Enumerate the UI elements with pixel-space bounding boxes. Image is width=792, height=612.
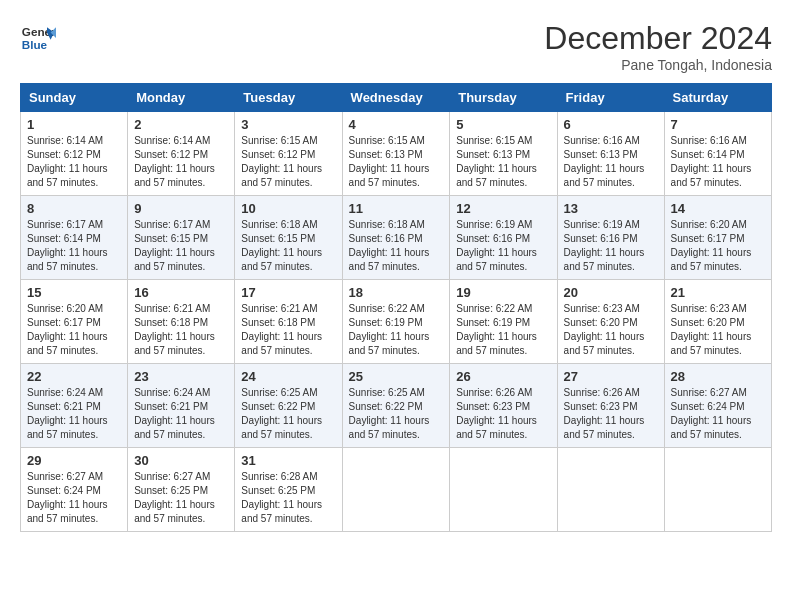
day-info: Sunrise: 6:19 AM Sunset: 6:16 PM Dayligh… (456, 219, 537, 272)
calendar-table: Sunday Monday Tuesday Wednesday Thursday… (20, 83, 772, 532)
table-row: 5Sunrise: 6:15 AM Sunset: 6:13 PM Daylig… (450, 112, 557, 196)
day-number: 28 (671, 369, 765, 384)
location-subtitle: Pane Tongah, Indonesia (544, 57, 772, 73)
day-info: Sunrise: 6:16 AM Sunset: 6:13 PM Dayligh… (564, 135, 645, 188)
calendar-week-row: 15Sunrise: 6:20 AM Sunset: 6:17 PM Dayli… (21, 280, 772, 364)
day-info: Sunrise: 6:21 AM Sunset: 6:18 PM Dayligh… (134, 303, 215, 356)
day-number: 17 (241, 285, 335, 300)
table-row: 28Sunrise: 6:27 AM Sunset: 6:24 PM Dayli… (664, 364, 771, 448)
day-info: Sunrise: 6:26 AM Sunset: 6:23 PM Dayligh… (456, 387, 537, 440)
col-thursday: Thursday (450, 84, 557, 112)
logo-icon: General Blue (20, 20, 56, 56)
day-number: 9 (134, 201, 228, 216)
day-info: Sunrise: 6:23 AM Sunset: 6:20 PM Dayligh… (564, 303, 645, 356)
col-saturday: Saturday (664, 84, 771, 112)
page-header: General Blue December 2024 Pane Tongah, … (20, 20, 772, 73)
day-number: 7 (671, 117, 765, 132)
day-info: Sunrise: 6:19 AM Sunset: 6:16 PM Dayligh… (564, 219, 645, 272)
day-number: 18 (349, 285, 444, 300)
day-number: 15 (27, 285, 121, 300)
table-row: 25Sunrise: 6:25 AM Sunset: 6:22 PM Dayli… (342, 364, 450, 448)
day-number: 16 (134, 285, 228, 300)
day-info: Sunrise: 6:24 AM Sunset: 6:21 PM Dayligh… (27, 387, 108, 440)
day-info: Sunrise: 6:26 AM Sunset: 6:23 PM Dayligh… (564, 387, 645, 440)
day-number: 8 (27, 201, 121, 216)
calendar-header-row: Sunday Monday Tuesday Wednesday Thursday… (21, 84, 772, 112)
day-number: 6 (564, 117, 658, 132)
title-block: December 2024 Pane Tongah, Indonesia (544, 20, 772, 73)
calendar-week-row: 1Sunrise: 6:14 AM Sunset: 6:12 PM Daylig… (21, 112, 772, 196)
table-row: 1Sunrise: 6:14 AM Sunset: 6:12 PM Daylig… (21, 112, 128, 196)
day-number: 12 (456, 201, 550, 216)
table-row (450, 448, 557, 532)
day-number: 3 (241, 117, 335, 132)
day-info: Sunrise: 6:14 AM Sunset: 6:12 PM Dayligh… (27, 135, 108, 188)
table-row: 30Sunrise: 6:27 AM Sunset: 6:25 PM Dayli… (128, 448, 235, 532)
day-number: 5 (456, 117, 550, 132)
day-info: Sunrise: 6:16 AM Sunset: 6:14 PM Dayligh… (671, 135, 752, 188)
table-row (342, 448, 450, 532)
table-row: 18Sunrise: 6:22 AM Sunset: 6:19 PM Dayli… (342, 280, 450, 364)
table-row: 12Sunrise: 6:19 AM Sunset: 6:16 PM Dayli… (450, 196, 557, 280)
table-row: 15Sunrise: 6:20 AM Sunset: 6:17 PM Dayli… (21, 280, 128, 364)
day-info: Sunrise: 6:23 AM Sunset: 6:20 PM Dayligh… (671, 303, 752, 356)
day-number: 23 (134, 369, 228, 384)
table-row: 31Sunrise: 6:28 AM Sunset: 6:25 PM Dayli… (235, 448, 342, 532)
day-number: 29 (27, 453, 121, 468)
table-row: 23Sunrise: 6:24 AM Sunset: 6:21 PM Dayli… (128, 364, 235, 448)
day-number: 20 (564, 285, 658, 300)
day-info: Sunrise: 6:21 AM Sunset: 6:18 PM Dayligh… (241, 303, 322, 356)
table-row: 20Sunrise: 6:23 AM Sunset: 6:20 PM Dayli… (557, 280, 664, 364)
table-row: 19Sunrise: 6:22 AM Sunset: 6:19 PM Dayli… (450, 280, 557, 364)
calendar-week-row: 22Sunrise: 6:24 AM Sunset: 6:21 PM Dayli… (21, 364, 772, 448)
day-number: 10 (241, 201, 335, 216)
day-info: Sunrise: 6:22 AM Sunset: 6:19 PM Dayligh… (349, 303, 430, 356)
table-row: 6Sunrise: 6:16 AM Sunset: 6:13 PM Daylig… (557, 112, 664, 196)
col-monday: Monday (128, 84, 235, 112)
month-title: December 2024 (544, 20, 772, 57)
day-number: 14 (671, 201, 765, 216)
calendar-week-row: 29Sunrise: 6:27 AM Sunset: 6:24 PM Dayli… (21, 448, 772, 532)
col-friday: Friday (557, 84, 664, 112)
day-info: Sunrise: 6:22 AM Sunset: 6:19 PM Dayligh… (456, 303, 537, 356)
day-info: Sunrise: 6:20 AM Sunset: 6:17 PM Dayligh… (27, 303, 108, 356)
day-number: 21 (671, 285, 765, 300)
day-info: Sunrise: 6:14 AM Sunset: 6:12 PM Dayligh… (134, 135, 215, 188)
day-info: Sunrise: 6:20 AM Sunset: 6:17 PM Dayligh… (671, 219, 752, 272)
day-info: Sunrise: 6:25 AM Sunset: 6:22 PM Dayligh… (241, 387, 322, 440)
table-row: 16Sunrise: 6:21 AM Sunset: 6:18 PM Dayli… (128, 280, 235, 364)
day-info: Sunrise: 6:15 AM Sunset: 6:12 PM Dayligh… (241, 135, 322, 188)
table-row: 9Sunrise: 6:17 AM Sunset: 6:15 PM Daylig… (128, 196, 235, 280)
table-row: 3Sunrise: 6:15 AM Sunset: 6:12 PM Daylig… (235, 112, 342, 196)
day-info: Sunrise: 6:28 AM Sunset: 6:25 PM Dayligh… (241, 471, 322, 524)
table-row: 13Sunrise: 6:19 AM Sunset: 6:16 PM Dayli… (557, 196, 664, 280)
day-number: 26 (456, 369, 550, 384)
day-number: 19 (456, 285, 550, 300)
table-row: 7Sunrise: 6:16 AM Sunset: 6:14 PM Daylig… (664, 112, 771, 196)
day-info: Sunrise: 6:18 AM Sunset: 6:16 PM Dayligh… (349, 219, 430, 272)
table-row: 22Sunrise: 6:24 AM Sunset: 6:21 PM Dayli… (21, 364, 128, 448)
table-row: 11Sunrise: 6:18 AM Sunset: 6:16 PM Dayli… (342, 196, 450, 280)
day-info: Sunrise: 6:15 AM Sunset: 6:13 PM Dayligh… (349, 135, 430, 188)
col-sunday: Sunday (21, 84, 128, 112)
col-tuesday: Tuesday (235, 84, 342, 112)
table-row: 27Sunrise: 6:26 AM Sunset: 6:23 PM Dayli… (557, 364, 664, 448)
day-number: 11 (349, 201, 444, 216)
table-row: 26Sunrise: 6:26 AM Sunset: 6:23 PM Dayli… (450, 364, 557, 448)
table-row: 17Sunrise: 6:21 AM Sunset: 6:18 PM Dayli… (235, 280, 342, 364)
table-row (557, 448, 664, 532)
day-number: 1 (27, 117, 121, 132)
day-number: 24 (241, 369, 335, 384)
table-row: 4Sunrise: 6:15 AM Sunset: 6:13 PM Daylig… (342, 112, 450, 196)
table-row: 24Sunrise: 6:25 AM Sunset: 6:22 PM Dayli… (235, 364, 342, 448)
table-row: 8Sunrise: 6:17 AM Sunset: 6:14 PM Daylig… (21, 196, 128, 280)
day-number: 13 (564, 201, 658, 216)
col-wednesday: Wednesday (342, 84, 450, 112)
day-info: Sunrise: 6:27 AM Sunset: 6:24 PM Dayligh… (671, 387, 752, 440)
table-row: 14Sunrise: 6:20 AM Sunset: 6:17 PM Dayli… (664, 196, 771, 280)
svg-text:Blue: Blue (22, 38, 48, 51)
day-info: Sunrise: 6:18 AM Sunset: 6:15 PM Dayligh… (241, 219, 322, 272)
table-row: 21Sunrise: 6:23 AM Sunset: 6:20 PM Dayli… (664, 280, 771, 364)
day-number: 30 (134, 453, 228, 468)
day-number: 2 (134, 117, 228, 132)
